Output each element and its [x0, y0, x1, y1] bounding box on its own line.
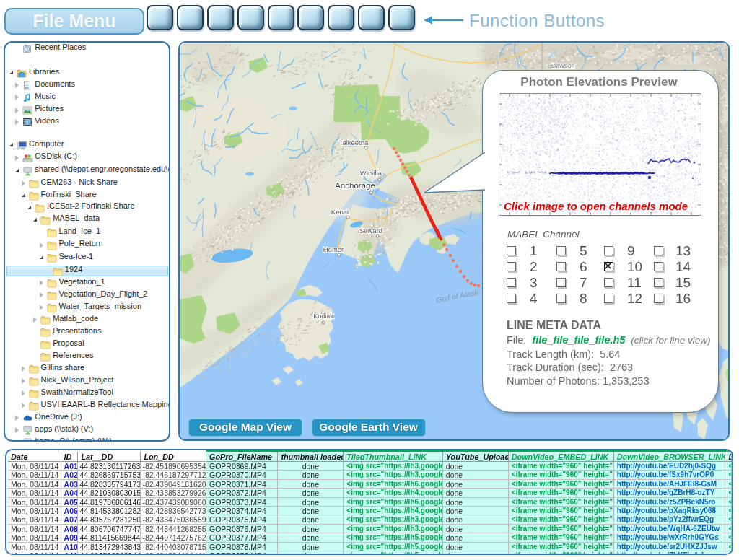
- svg-text:Kenai: Kenai: [331, 208, 349, 216]
- svg-text:Kodiak: Kodiak: [313, 312, 333, 320]
- svg-text:Wasilla: Wasilla: [360, 169, 382, 177]
- svg-text:Anchorage: Anchorage: [335, 181, 375, 190]
- svg-text:Talkeetna: Talkeetna: [339, 139, 369, 146]
- svg-text:Seward: Seward: [359, 227, 382, 235]
- svg-text:Dawson: Dawson: [551, 62, 575, 69]
- svg-text:Homer: Homer: [323, 245, 344, 253]
